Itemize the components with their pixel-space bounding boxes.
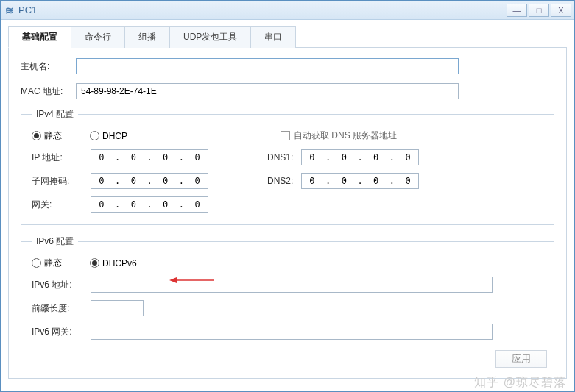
gw-input[interactable] bbox=[91, 196, 208, 213]
ipv6-radio-dhcpv6-label: DHCPv6 bbox=[102, 258, 137, 268]
radio-dot-icon bbox=[90, 258, 99, 268]
window-frame: ≋ PC1 — □ X 基础配置 命令行 组播 UDP发包工具 串口 主机名: … bbox=[0, 0, 575, 392]
minimize-button[interactable]: — bbox=[507, 4, 527, 17]
ipv6-prefix-input[interactable] bbox=[91, 300, 144, 316]
ipv6-gw-label: IPv6 网关: bbox=[32, 326, 91, 338]
mask-input[interactable] bbox=[91, 173, 208, 189]
tabs: 基础配置 命令行 组播 UDP发包工具 串口 bbox=[8, 26, 567, 48]
tab-multicast[interactable]: 组播 bbox=[124, 26, 170, 48]
close-button[interactable]: X bbox=[551, 4, 571, 17]
radio-dot-icon bbox=[32, 258, 41, 268]
tab-basic[interactable]: 基础配置 bbox=[8, 26, 71, 48]
tab-cli[interactable]: 命令行 bbox=[71, 26, 125, 48]
ipv4-group: IPv4 配置 静态 DHCP 自动获取 DNS 服务器地址 IP 地址: DN… bbox=[21, 108, 554, 225]
maximize-button[interactable]: □ bbox=[529, 4, 549, 17]
ipv6-group: IPv6 配置 静态 DHCPv6 IPv6 地址: 前缀长度: IPv6 网关… bbox=[21, 235, 554, 352]
tab-udp[interactable]: UDP发包工具 bbox=[169, 26, 251, 48]
mac-label: MAC 地址: bbox=[21, 85, 76, 98]
ipv4-radio-dhcp[interactable]: DHCP bbox=[90, 131, 127, 141]
gw-label: 网关: bbox=[32, 199, 91, 211]
ipv6-addr-label: IPv6 地址: bbox=[32, 279, 91, 291]
ipv6-radio-static[interactable]: 静态 bbox=[32, 257, 62, 269]
ipv6-addr-input[interactable] bbox=[91, 277, 493, 293]
ipv6-gw-input[interactable] bbox=[91, 324, 493, 340]
window-title: PC1 bbox=[18, 4, 505, 15]
radio-dot-icon bbox=[90, 131, 99, 140]
tab-serial[interactable]: 串口 bbox=[250, 26, 296, 48]
hostname-label: 主机名: bbox=[21, 60, 76, 73]
dns2-label: DNS2: bbox=[267, 176, 301, 186]
dns2-input[interactable] bbox=[301, 173, 419, 189]
tab-pane-basic: 主机名: MAC 地址: IPv4 配置 静态 DHCP 自动获取 DNS 服务… bbox=[8, 48, 567, 379]
app-icon: ≋ bbox=[4, 4, 15, 16]
ipv4-radio-static[interactable]: 静态 bbox=[32, 129, 62, 142]
radio-dot-icon bbox=[32, 131, 41, 140]
ipv4-radio-dhcp-label: DHCP bbox=[102, 131, 127, 141]
ipv6-radio-dhcpv6[interactable]: DHCPv6 bbox=[90, 258, 137, 268]
client-area: 基础配置 命令行 组播 UDP发包工具 串口 主机名: MAC 地址: IPv4… bbox=[1, 20, 574, 386]
ipv4-legend: IPv4 配置 bbox=[32, 108, 78, 121]
mask-label: 子网掩码: bbox=[32, 175, 91, 188]
ip-label: IP 地址: bbox=[32, 152, 91, 164]
apply-button[interactable]: 应用 bbox=[495, 350, 547, 368]
ipv6-prefix-label: 前缀长度: bbox=[32, 302, 91, 315]
dns1-label: DNS1: bbox=[267, 152, 301, 163]
ipv6-radio-static-label: 静态 bbox=[44, 257, 62, 269]
mac-input[interactable] bbox=[76, 83, 459, 99]
titlebar: ≋ PC1 — □ X bbox=[1, 1, 574, 20]
auto-dns-label: 自动获取 DNS 服务器地址 bbox=[294, 129, 397, 142]
ipv4-radio-static-label: 静态 bbox=[44, 129, 62, 142]
checkbox-icon bbox=[281, 131, 290, 140]
dns1-input[interactable] bbox=[301, 149, 419, 165]
auto-dns-checkbox[interactable]: 自动获取 DNS 服务器地址 bbox=[281, 129, 397, 142]
hostname-input[interactable] bbox=[76, 58, 459, 74]
ip-input[interactable] bbox=[91, 149, 208, 165]
ipv6-legend: IPv6 配置 bbox=[32, 235, 78, 248]
